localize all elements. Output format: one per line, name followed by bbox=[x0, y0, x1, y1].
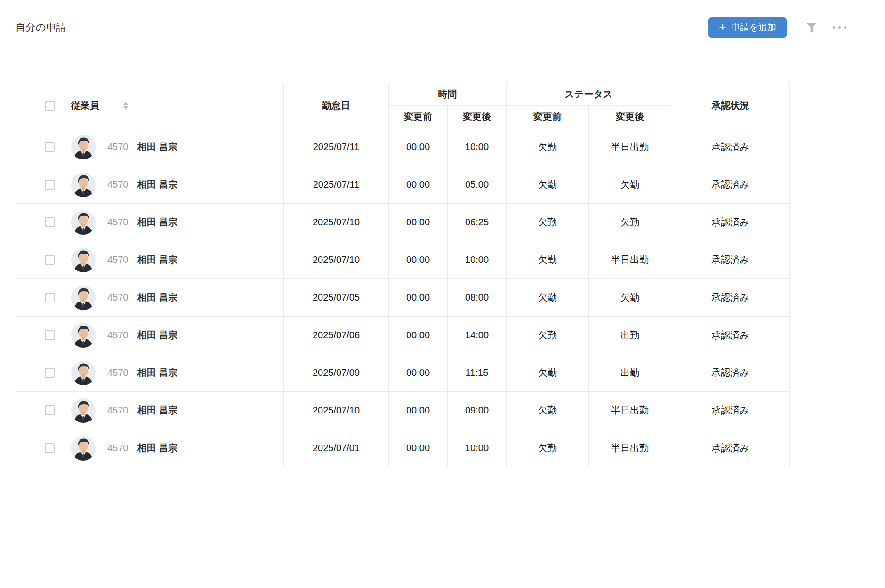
table-header: 従業員 勤怠日 時間 ステータス 承認状況 変更前 変更後 変更前 変更後 bbox=[16, 83, 790, 128]
table-row[interactable]: 4570 相田 昌宗 2025/07/09 00:00 11:15 欠勤 出勤 … bbox=[16, 354, 790, 392]
status-after-cell: 出勤 bbox=[589, 317, 671, 354]
employee-cell: 4570 相田 昌宗 bbox=[16, 392, 284, 429]
employee-name: 相田 昌宗 bbox=[137, 141, 178, 153]
employee-cell: 4570 相田 昌宗 bbox=[16, 166, 284, 204]
employee-column-header: 従業員 bbox=[16, 83, 284, 128]
approval-status-cell: 承認済み bbox=[671, 204, 790, 241]
table-row[interactable]: 4570 相田 昌宗 2025/07/10 00:00 10:00 欠勤 半日出… bbox=[16, 241, 790, 279]
row-checkbox[interactable] bbox=[45, 368, 55, 378]
status-after-cell: 出勤 bbox=[589, 354, 671, 392]
status-after-cell: 半日出勤 bbox=[589, 241, 671, 279]
row-checkbox[interactable] bbox=[45, 255, 55, 265]
status-after-header: 変更後 bbox=[589, 106, 671, 128]
filter-button[interactable] bbox=[805, 20, 819, 34]
time-before-cell: 00:00 bbox=[389, 241, 448, 279]
status-before-cell: 欠勤 bbox=[507, 392, 589, 429]
employee-column-label: 従業員 bbox=[71, 99, 99, 112]
attendance-date-cell: 2025/07/01 bbox=[284, 429, 389, 467]
employee-cell: 4570 相田 昌宗 bbox=[16, 128, 284, 166]
time-before-cell: 00:00 bbox=[389, 392, 448, 429]
employee-avatar bbox=[71, 173, 96, 197]
employee-name: 相田 昌宗 bbox=[137, 254, 178, 266]
status-before-cell: 欠勤 bbox=[507, 354, 589, 392]
time-before-cell: 00:00 bbox=[389, 279, 448, 317]
table-row[interactable]: 4570 相田 昌宗 2025/07/10 00:00 09:00 欠勤 半日出… bbox=[16, 392, 790, 429]
employee-id: 4570 bbox=[107, 443, 129, 453]
attendance-date-cell: 2025/07/05 bbox=[284, 279, 389, 317]
employee-id: 4570 bbox=[107, 405, 129, 416]
status-before-cell: 欠勤 bbox=[507, 241, 589, 279]
employee-name: 相田 昌宗 bbox=[137, 366, 178, 379]
table-row[interactable]: 4570 相田 昌宗 2025/07/10 00:00 06:25 欠勤 欠勤 … bbox=[16, 204, 790, 241]
page: 自分の申請 + 申請を追加 bbox=[0, 0, 885, 467]
employee-id: 4570 bbox=[107, 217, 129, 228]
row-checkbox[interactable] bbox=[45, 293, 55, 302]
toolbar: + 申請を追加 bbox=[708, 17, 863, 38]
more-options-button[interactable] bbox=[833, 26, 846, 29]
approval-status-cell: 承認済み bbox=[671, 279, 790, 317]
time-after-cell: 10:00 bbox=[448, 429, 507, 467]
status-after-cell: 半日出勤 bbox=[589, 128, 671, 166]
status-before-cell: 欠勤 bbox=[507, 128, 589, 166]
status-before-cell: 欠勤 bbox=[507, 279, 589, 317]
employee-name: 相田 昌宗 bbox=[137, 178, 178, 191]
employee-avatar bbox=[71, 398, 96, 423]
time-before-cell: 00:00 bbox=[389, 354, 448, 392]
approval-column-header: 承認状況 bbox=[671, 83, 790, 128]
employee-name: 相田 昌宗 bbox=[137, 329, 178, 342]
select-all-checkbox[interactable] bbox=[45, 101, 55, 111]
row-checkbox[interactable] bbox=[45, 443, 55, 453]
attendance-date-cell: 2025/07/10 bbox=[284, 392, 389, 429]
filter-icon bbox=[805, 20, 819, 34]
approval-status-cell: 承認済み bbox=[671, 429, 790, 467]
employee-cell: 4570 相田 昌宗 bbox=[16, 279, 284, 317]
employee-cell: 4570 相田 昌宗 bbox=[16, 241, 284, 279]
table-row[interactable]: 4570 相田 昌宗 2025/07/11 00:00 10:00 欠勤 半日出… bbox=[16, 128, 790, 166]
time-before-cell: 00:00 bbox=[389, 128, 448, 166]
status-after-cell: 欠勤 bbox=[589, 204, 671, 241]
employee-id: 4570 bbox=[107, 367, 129, 378]
status-after-cell: 半日出勤 bbox=[589, 392, 671, 429]
time-before-cell: 00:00 bbox=[389, 166, 448, 204]
row-checkbox[interactable] bbox=[45, 217, 55, 227]
employee-avatar bbox=[71, 436, 96, 461]
status-before-header: 変更前 bbox=[507, 106, 589, 128]
status-before-cell: 欠勤 bbox=[507, 317, 589, 354]
time-before-header: 変更前 bbox=[389, 106, 448, 128]
attendance-date-cell: 2025/07/11 bbox=[284, 128, 389, 166]
employee-id: 4570 bbox=[107, 142, 129, 152]
employee-cell: 4570 相田 昌宗 bbox=[16, 354, 284, 392]
status-group-header: ステータス bbox=[507, 83, 671, 106]
status-after-cell: 欠勤 bbox=[589, 166, 671, 204]
header-bar: 自分の申請 + 申請を追加 bbox=[16, 0, 863, 55]
table-body: 4570 相田 昌宗 2025/07/11 00:00 10:00 欠勤 半日出… bbox=[16, 128, 790, 467]
time-before-cell: 00:00 bbox=[389, 317, 448, 354]
table-row[interactable]: 4570 相田 昌宗 2025/07/11 00:00 05:00 欠勤 欠勤 … bbox=[16, 166, 790, 204]
add-request-button[interactable]: + 申請を追加 bbox=[708, 17, 787, 38]
time-after-cell: 14:00 bbox=[448, 317, 507, 354]
status-after-cell: 半日出勤 bbox=[589, 429, 671, 467]
table-row[interactable]: 4570 相田 昌宗 2025/07/06 00:00 14:00 欠勤 出勤 … bbox=[16, 317, 790, 354]
table-row[interactable]: 4570 相田 昌宗 2025/07/05 00:00 08:00 欠勤 欠勤 … bbox=[16, 279, 790, 317]
time-group-header: 時間 bbox=[389, 83, 507, 106]
employee-name: 相田 昌宗 bbox=[137, 442, 178, 454]
table-row[interactable]: 4570 相田 昌宗 2025/07/01 00:00 10:00 欠勤 半日出… bbox=[16, 429, 790, 467]
time-after-cell: 09:00 bbox=[448, 392, 507, 429]
row-checkbox[interactable] bbox=[45, 330, 55, 340]
employee-cell: 4570 相田 昌宗 bbox=[16, 429, 284, 467]
approval-status-cell: 承認済み bbox=[671, 128, 790, 166]
status-before-cell: 欠勤 bbox=[507, 204, 589, 241]
employee-name: 相田 昌宗 bbox=[137, 404, 178, 417]
row-checkbox[interactable] bbox=[45, 180, 55, 190]
requests-table: 従業員 勤怠日 時間 ステータス 承認状況 変更前 変更後 変更前 変更後 bbox=[16, 83, 790, 467]
employee-id: 4570 bbox=[107, 254, 129, 265]
time-after-cell: 05:00 bbox=[448, 166, 507, 204]
employee-name: 相田 昌宗 bbox=[137, 291, 178, 304]
row-checkbox[interactable] bbox=[45, 142, 55, 152]
attendance-date-cell: 2025/07/10 bbox=[284, 241, 389, 279]
attendance-date-cell: 2025/07/06 bbox=[284, 317, 389, 354]
row-checkbox[interactable] bbox=[45, 405, 55, 415]
sort-icon[interactable] bbox=[123, 102, 128, 110]
approval-status-cell: 承認済み bbox=[671, 317, 790, 354]
employee-avatar bbox=[71, 323, 96, 348]
